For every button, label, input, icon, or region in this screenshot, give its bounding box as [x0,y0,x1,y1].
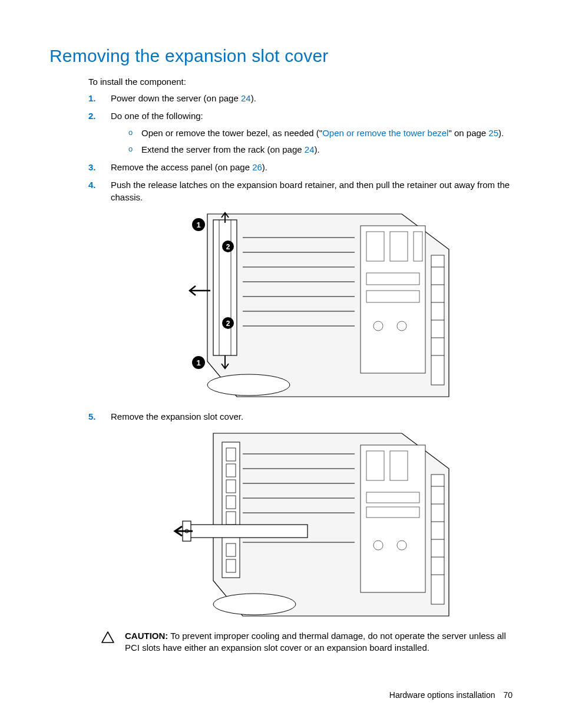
svg-rect-1 [213,220,237,355]
footer-page-number: 70 [503,690,513,700]
step-1: 1. Power down the server (on page 24). [88,93,513,104]
intro-text: To install the component: [88,77,513,87]
svg-text:1: 1 [196,220,200,229]
svg-rect-53 [361,445,425,592]
caution-label: CAUTION: [125,631,168,641]
step-text: Do one of the following: [111,111,203,121]
page-link[interactable]: 25 [488,128,498,138]
svg-rect-38 [226,464,236,477]
page-link[interactable]: 24 [241,93,251,103]
svg-point-26 [207,374,290,396]
caution-text: CAUTION: To prevent improper cooling and… [125,630,513,654]
step-text: Remove the expansion slot cover. [111,411,243,421]
sub-text: Open or remove the tower bezel, as neede… [141,128,322,138]
sub-item: Extend the server from the rack (on page… [128,144,513,156]
svg-point-67 [213,594,296,615]
cross-ref-link[interactable]: Open or remove the tower bezel [322,128,448,138]
step-5: 5. Remove the expansion slot cover. [88,411,513,623]
step-list: 1. Power down the server (on page 24). 2… [88,93,513,623]
svg-rect-11 [361,226,425,373]
step-number: 5. [88,411,96,423]
caution-block: CAUTION: To prevent improper cooling and… [101,630,513,654]
svg-text:2: 2 [226,319,230,328]
figure-retainer-removal: 1 2 2 1 [172,208,455,404]
step-4: 4. Push the release latches on the expan… [88,179,513,404]
step-2: 2. Do one of the following: Open or remo… [88,110,513,156]
svg-rect-41 [226,512,236,525]
sub-text: Extend the server from the rack (on page [141,144,305,154]
footer-section: Hardware options installation [389,690,495,700]
svg-text:2: 2 [226,243,230,251]
diagram-icon [172,427,455,623]
step-number: 2. [88,110,96,122]
page-link[interactable]: 26 [252,162,262,172]
page-link[interactable]: 24 [305,144,315,154]
step-number: 4. [88,179,96,191]
diagram-icon: 1 2 2 1 [172,208,455,404]
step-3: 3. Remove the access panel (on page 26). [88,162,513,173]
step-text-after: ). [262,162,267,172]
step-text: Push the release latches on the expansio… [111,180,510,202]
svg-rect-50 [190,525,308,538]
sub-text-mid: " on page [448,128,488,138]
sub-text-after: ). [315,144,320,154]
svg-rect-42 [226,543,236,556]
section-heading: Removing the expansion slot cover [49,46,513,66]
page: Removing the expansion slot cover To ins… [0,0,562,728]
svg-rect-39 [226,480,236,493]
caution-body: To prevent improper cooling and thermal … [125,631,506,653]
figure-slot-cover-removal [172,427,455,623]
svg-rect-40 [226,496,236,509]
sub-item: Open or remove the tower bezel, as neede… [128,127,513,139]
page-footer: Hardware options installation 70 [389,690,513,700]
step-text: Power down the server (on page [111,93,241,103]
sub-text-after: ). [498,128,504,138]
step-text-after: ). [251,93,256,103]
step-number: 3. [88,162,96,173]
caution-icon [101,631,114,645]
svg-rect-43 [226,559,236,572]
step-number: 1. [88,93,96,104]
sub-list: Open or remove the tower bezel, as neede… [128,127,513,156]
step-text: Remove the access panel (on page [111,162,252,172]
svg-rect-36 [222,442,240,578]
svg-rect-37 [226,448,236,461]
svg-text:1: 1 [196,358,200,367]
